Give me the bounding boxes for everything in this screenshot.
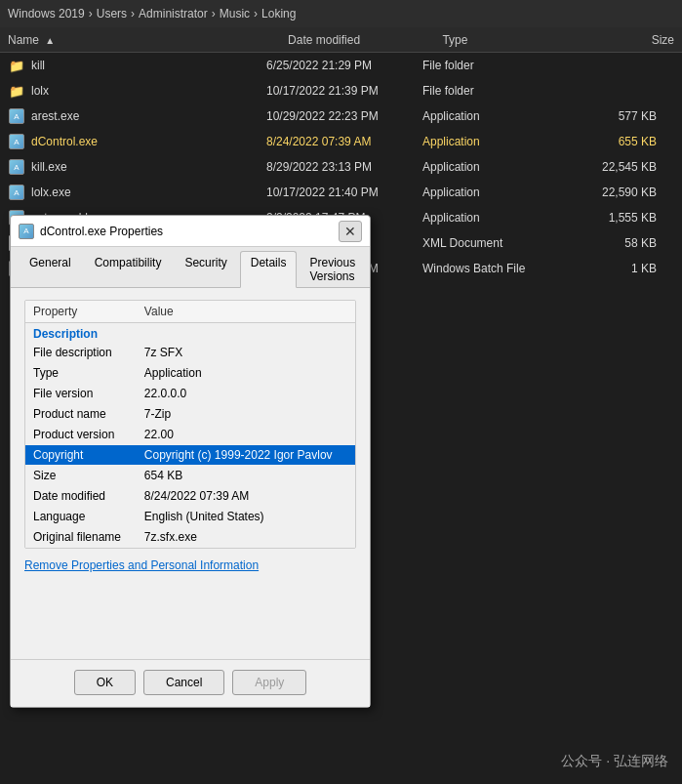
prop-row-type[interactable]: Type Application bbox=[25, 363, 355, 384]
folder-icon: 📁 bbox=[8, 82, 25, 100]
table-row[interactable]: A kill.exe 8/29/2022 23:13 PM Applicatio… bbox=[0, 154, 682, 180]
breadcrumb-part-3: Administrator bbox=[139, 7, 208, 21]
breadcrumb-part-4: Music bbox=[220, 7, 250, 21]
dialog-buttons: OK Cancel Apply bbox=[11, 659, 370, 707]
col-property-header: Property bbox=[25, 301, 137, 323]
prop-row-size[interactable]: Size 654 KB bbox=[25, 466, 355, 486]
prop-row-copyright[interactable]: Copyright Copyright (c) 1999-2022 Igor P… bbox=[25, 445, 355, 466]
dialog-title-icon: A bbox=[19, 224, 34, 239]
dialog-title: dControl.exe Properties bbox=[40, 225, 339, 238]
tab-general[interactable]: General bbox=[19, 251, 82, 287]
prop-row-file-version[interactable]: File version 22.0.0.0 bbox=[25, 384, 355, 404]
close-button[interactable]: ✕ bbox=[339, 221, 362, 242]
dialog-content: Property Value Description File descript… bbox=[11, 288, 370, 659]
apply-button[interactable]: Apply bbox=[232, 670, 306, 695]
prop-row-date-modified[interactable]: Date modified 8/24/2022 07:39 AM bbox=[25, 486, 355, 507]
properties-table-wrapper: Property Value Description File descript… bbox=[24, 300, 356, 549]
tab-compatibility[interactable]: Compatibility bbox=[84, 251, 173, 287]
prop-row-original-filename[interactable]: Original filename 7z.sfx.exe bbox=[25, 527, 355, 548]
exe-icon: A bbox=[8, 184, 25, 201]
sort-arrow: ▲ bbox=[45, 35, 55, 46]
properties-table: Property Value Description File descript… bbox=[25, 301, 355, 548]
prop-row-product-version[interactable]: Product version 22.00 bbox=[25, 425, 355, 445]
col-header-type[interactable]: Type bbox=[442, 33, 596, 47]
table-row[interactable]: A lolx.exe 10/17/2022 21:40 PM Applicati… bbox=[0, 180, 682, 205]
col-header-size[interactable]: Size bbox=[597, 33, 674, 47]
prop-row-language[interactable]: Language English (United States) bbox=[25, 507, 355, 527]
col-header-name[interactable]: Name ▲ bbox=[8, 33, 288, 47]
tab-details[interactable]: Details bbox=[240, 251, 298, 288]
table-row[interactable]: 📁 kill 6/25/2022 21:29 PM File folder bbox=[0, 53, 682, 78]
watermark: 公众号 · 弘连网络 bbox=[561, 753, 668, 770]
remove-properties-link[interactable]: Remove Properties and Personal Informati… bbox=[24, 558, 356, 572]
breadcrumb[interactable]: Windows 2019 › Users › Administrator › M… bbox=[0, 0, 682, 27]
folder-icon: 📁 bbox=[8, 57, 25, 74]
exe-icon: A bbox=[8, 158, 25, 176]
dialog-tabs: General Compatibility Security Details P… bbox=[11, 247, 370, 288]
breadcrumb-part-1: Windows 2019 bbox=[8, 7, 85, 21]
exe-icon: A bbox=[8, 107, 25, 125]
table-row[interactable]: 📁 lolx 10/17/2022 21:39 PM File folder bbox=[0, 78, 682, 103]
exe-icon: A bbox=[8, 133, 25, 150]
tab-previous-versions[interactable]: Previous Versions bbox=[299, 251, 366, 287]
prop-row-file-description[interactable]: File description 7z SFX bbox=[25, 343, 355, 363]
col-value-header: Value bbox=[137, 301, 355, 323]
dialog-titlebar: A dControl.exe Properties ✕ bbox=[11, 216, 370, 247]
breadcrumb-part-2: Users bbox=[97, 7, 127, 21]
prop-row-product-name[interactable]: Product name 7-Zip bbox=[25, 404, 355, 425]
section-description: Description bbox=[25, 323, 355, 344]
ok-button[interactable]: OK bbox=[74, 670, 136, 695]
breadcrumb-part-5: Loking bbox=[261, 7, 296, 21]
table-row[interactable]: A arest.exe 10/29/2022 22:23 PM Applicat… bbox=[0, 103, 682, 129]
tab-security[interactable]: Security bbox=[174, 251, 237, 287]
cancel-button[interactable]: Cancel bbox=[143, 670, 224, 695]
table-row[interactable]: A dControl.exe 8/24/2022 07:39 AM Applic… bbox=[0, 129, 682, 154]
column-headers: Name ▲ Date modified Type Size bbox=[0, 27, 682, 53]
col-header-date[interactable]: Date modified bbox=[288, 33, 442, 47]
properties-dialog[interactable]: A dControl.exe Properties ✕ General Comp… bbox=[10, 215, 371, 708]
